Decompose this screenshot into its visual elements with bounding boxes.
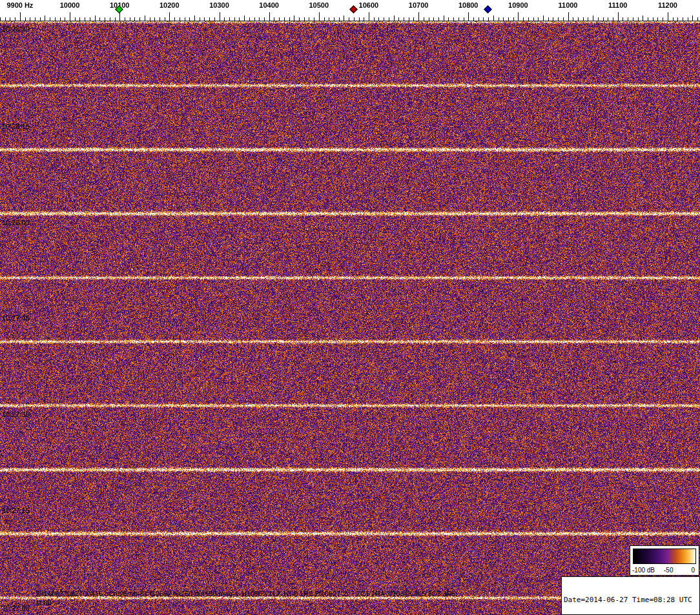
color-scale-legend: -100 dB -50 0 [630, 545, 699, 576]
freq-tick [299, 17, 300, 21]
freq-tick [468, 12, 469, 21]
freq-tick [334, 17, 335, 21]
freq-tick [264, 17, 265, 21]
red-freq-marker-icon[interactable] [349, 5, 358, 14]
freq-tick [668, 12, 668, 21]
freq-tick [697, 17, 698, 21]
freq-tick [673, 17, 674, 21]
freq-tick [603, 17, 604, 21]
freq-tick [244, 15, 245, 21]
freq-tick [568, 12, 569, 21]
freq-tick [657, 17, 658, 21]
freq-tick [70, 12, 70, 21]
freq-tick-label: 11000 [559, 1, 578, 9]
annotation-text: 20140627082700416 hCnt25 nb-81 f10592 hi… [36, 590, 456, 598]
freq-tick [30, 17, 30, 21]
legend-label-max: 0 [691, 567, 695, 574]
blue-freq-marker-icon[interactable] [484, 5, 492, 14]
freq-tick [429, 17, 429, 21]
freq-tick [110, 17, 110, 21]
freq-tick [229, 17, 230, 21]
freq-tick [79, 17, 80, 21]
freq-tick [105, 17, 105, 21]
freq-tick [119, 12, 120, 21]
freq-tick [10, 17, 10, 21]
freq-tick [160, 17, 160, 21]
freq-tick [319, 12, 320, 21]
time-label: 10:28:15 [2, 123, 30, 130]
freq-tick [220, 12, 220, 21]
legend-label-mid: -50 [664, 567, 673, 574]
time-label: 10:28:30 [2, 25, 30, 33]
freq-tick [274, 17, 274, 21]
freq-tick [284, 17, 285, 21]
freq-tick [125, 17, 125, 21]
freq-tick-label: 10600 [359, 1, 379, 9]
freq-tick [359, 17, 360, 21]
freq-tick [488, 17, 489, 21]
freq-tick [25, 17, 26, 21]
freq-tick [254, 17, 255, 21]
freq-tick [583, 17, 584, 21]
freq-tick [688, 17, 688, 21]
freq-tick [65, 17, 65, 21]
freq-tick [378, 17, 379, 21]
freq-tick [279, 17, 280, 21]
freq-tick [85, 17, 85, 21]
spectrogram-canvas[interactable] [0, 21, 700, 615]
freq-tick [314, 17, 314, 21]
freq-tick [194, 15, 195, 21]
freq-tick [50, 17, 50, 21]
freq-tick [0, 17, 1, 21]
freq-tick-label: 9900 Hz [6, 1, 33, 9]
freq-tick [643, 15, 643, 21]
freq-tick [15, 17, 15, 21]
spectrogram-display: 9900 Hz100001010010200103001040010500106… [0, 0, 700, 615]
freq-tick [349, 17, 349, 21]
freq-tick [35, 17, 36, 21]
freq-tick [90, 17, 90, 21]
freq-tick [593, 15, 593, 21]
freq-tick [398, 17, 399, 21]
freq-tick [200, 17, 200, 21]
freq-tick [528, 17, 529, 21]
freq-tick [479, 17, 479, 21]
freq-tick [538, 17, 539, 21]
frequency-ruler[interactable]: 9900 Hz100001010010200103001040010500106… [0, 0, 700, 21]
freq-tick [663, 17, 663, 21]
freq-tick [294, 15, 294, 21]
freq-tick [189, 17, 190, 21]
freq-tick [20, 12, 21, 21]
time-label: 10:27:30 [2, 410, 30, 418]
freq-tick [249, 17, 250, 21]
freq-tick [329, 17, 329, 21]
freq-tick [324, 17, 325, 21]
freq-tick-label: 10500 [309, 1, 329, 9]
legend-label-min: -100 dB [632, 567, 655, 574]
freq-tick [638, 17, 639, 21]
freq-tick [683, 17, 683, 21]
freq-tick [413, 17, 414, 21]
freq-tick [493, 15, 494, 21]
freq-tick [464, 17, 464, 21]
freq-tick [60, 17, 61, 21]
info-line-datetime: Date=2014-06-27 Time=08:28 UTC [564, 596, 697, 605]
freq-tick [453, 17, 454, 21]
freq-tick [5, 17, 6, 21]
freq-tick-label: 11100 [608, 1, 627, 9]
freq-tick [55, 17, 56, 21]
freq-tick [234, 17, 235, 21]
freq-tick [99, 17, 100, 21]
freq-tick [523, 17, 524, 21]
freq-tick [154, 17, 155, 21]
freq-tick [424, 17, 424, 21]
freq-tick [653, 17, 654, 21]
freq-tick [433, 17, 434, 21]
freq-tick [169, 12, 170, 21]
freq-tick [628, 17, 628, 21]
freq-tick-label: 10800 [458, 1, 479, 9]
time-label: 10:27:00 [2, 604, 30, 612]
freq-tick [418, 12, 419, 21]
time-label: 10:27:15 [2, 507, 30, 514]
freq-tick [389, 17, 389, 21]
